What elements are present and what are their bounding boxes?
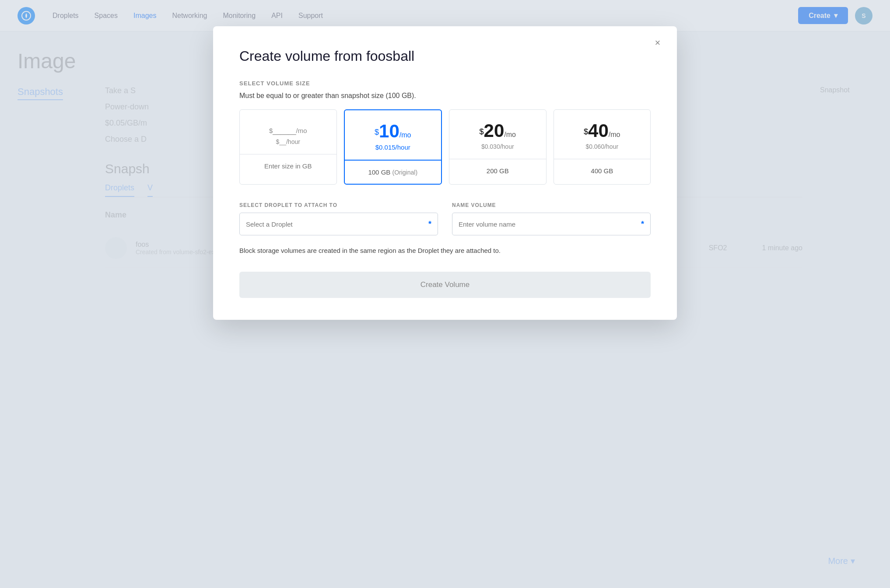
- droplet-input-wrapper[interactable]: *: [239, 213, 438, 235]
- size-description: Must be equal to or greater than snapsho…: [239, 92, 651, 100]
- pricing-card-custom-bottom: [240, 154, 336, 178]
- volume-name-form-group: NAME VOLUME *: [452, 202, 651, 235]
- modal: × Create volume from foosball SELECT VOL…: [213, 26, 677, 320]
- pricing-cards-container: $___/mo $__/hour $10/mo $0.015/hour 10: [239, 109, 651, 185]
- create-volume-button[interactable]: Create Volume: [239, 272, 651, 298]
- volume-name-label: NAME VOLUME: [452, 202, 651, 208]
- volume-name-input[interactable]: [459, 220, 641, 228]
- custom-size-input[interactable]: [249, 162, 328, 170]
- info-text: Block storage volumes are created in the…: [239, 246, 651, 256]
- droplet-form-group: SELECT DROPLET TO ATTACH TO *: [239, 202, 438, 235]
- droplet-select-input[interactable]: [246, 220, 428, 228]
- section-volume-size-label: SELECT VOLUME SIZE: [239, 80, 651, 87]
- pricing-card-10-top: $10/mo $0.015/hour: [345, 110, 441, 161]
- pricing-card-20-top: $20/mo $0.030/hour: [449, 110, 546, 159]
- pricing-card-custom-top: $___/mo $__/hour: [240, 110, 336, 154]
- form-row: SELECT DROPLET TO ATTACH TO * NAME VOLUM…: [239, 202, 651, 235]
- pricing-card-40-top: $40/mo $0.060/hour: [554, 110, 651, 159]
- pricing-card-40-bottom: 400 GB: [554, 159, 651, 182]
- pricing-card-40[interactable]: $40/mo $0.060/hour 400 GB: [554, 109, 651, 185]
- droplet-required-star: *: [428, 220, 431, 229]
- pricing-card-custom[interactable]: $___/mo $__/hour: [239, 109, 337, 185]
- pricing-card-20-bottom: 200 GB: [449, 159, 546, 182]
- droplet-label: SELECT DROPLET TO ATTACH TO: [239, 202, 438, 208]
- modal-title: Create volume from foosball: [239, 48, 651, 64]
- volume-name-required-star: *: [641, 220, 644, 229]
- pricing-card-10[interactable]: $10/mo $0.015/hour 100 GB (Original): [344, 109, 442, 185]
- modal-overlay: × Create volume from foosball SELECT VOL…: [0, 0, 890, 588]
- pricing-card-10-bottom: 100 GB (Original): [345, 161, 441, 184]
- close-button[interactable]: ×: [651, 36, 665, 50]
- pricing-card-20[interactable]: $20/mo $0.030/hour 200 GB: [449, 109, 547, 185]
- volume-name-input-wrapper[interactable]: *: [452, 213, 651, 235]
